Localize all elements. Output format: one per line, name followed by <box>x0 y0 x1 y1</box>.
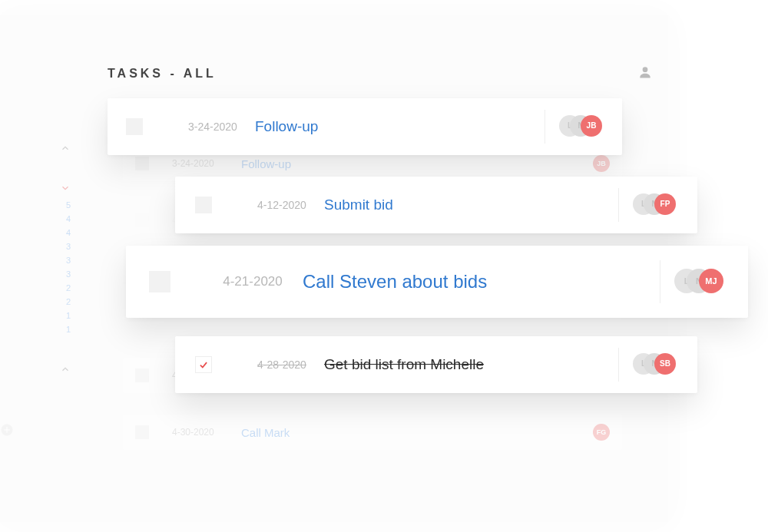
assignee-avatar[interactable]: FG <box>593 424 610 441</box>
task-date: 4-12-2020 <box>240 199 324 211</box>
task-checkbox[interactable] <box>126 118 143 135</box>
task-checkbox[interactable] <box>149 271 170 292</box>
sidebar-fragment: 5 4 4 3 3 3 2 2 1 1 <box>0 138 84 379</box>
task-date: 4-21-2020 <box>203 274 303 289</box>
task-title[interactable]: Get bid list from Michelle <box>324 356 611 373</box>
task-title[interactable]: Follow-up <box>255 118 537 135</box>
svg-point-0 <box>643 67 648 72</box>
task-checkbox[interactable] <box>135 425 149 439</box>
task-card[interactable]: 4-21-2020 Call Steven about bids L N MJ <box>126 246 748 318</box>
assignee-avatar[interactable]: SB <box>654 353 676 375</box>
assignee-group[interactable]: L N JB <box>545 110 604 144</box>
task-date: 4-28-2020 <box>240 359 324 371</box>
task-card[interactable]: 4-28-2020 Get bid list from Michelle L N… <box>175 336 697 393</box>
task-checkbox[interactable] <box>195 197 212 213</box>
task-card[interactable]: 4-12-2020 Submit bid L N FP <box>175 177 697 233</box>
page-header: TASKS - ALL <box>108 64 653 83</box>
page-title: TASKS - ALL <box>108 67 217 81</box>
task-title[interactable]: Follow-up <box>241 157 593 170</box>
task-title[interactable]: Call Mark <box>241 426 593 439</box>
task-checkbox[interactable] <box>135 157 149 170</box>
assignee-group[interactable]: L N FP <box>618 188 677 222</box>
user-icon[interactable] <box>637 64 653 83</box>
sidebar-counts: 5 4 4 3 3 3 2 2 1 1 <box>0 198 84 336</box>
task-date: 3-24-2020 <box>170 121 255 133</box>
assignee-avatar[interactable]: JB <box>593 155 610 172</box>
task-title[interactable]: Call Steven about bids <box>303 271 652 292</box>
task-checkbox[interactable] <box>135 213 149 227</box>
task-title[interactable]: Submit bid <box>324 197 611 213</box>
task-date: 3-24-2020 <box>172 158 241 169</box>
assignee-group[interactable]: L N SB <box>618 348 677 382</box>
task-card[interactable]: 3-24-2020 Follow-up L N JB <box>108 98 622 155</box>
assignee-avatar[interactable]: FP <box>654 193 676 215</box>
assignee-avatar[interactable]: JB <box>581 115 602 137</box>
task-checkbox[interactable] <box>135 368 149 382</box>
task-date: 4-30-2020 <box>172 427 241 438</box>
assignee-avatar[interactable]: MJ <box>699 269 723 293</box>
task-checkbox-checked[interactable] <box>195 356 212 373</box>
chevron-up-icon[interactable] <box>0 359 84 379</box>
assignee-group[interactable]: L N MJ <box>660 260 725 303</box>
chevron-up-icon[interactable] <box>0 138 84 158</box>
check-icon <box>198 359 209 370</box>
chevron-down-icon[interactable] <box>0 178 84 198</box>
task-row[interactable]: 4-30-2020 Call Mark FG <box>123 415 622 450</box>
add-icon[interactable] <box>0 423 14 440</box>
